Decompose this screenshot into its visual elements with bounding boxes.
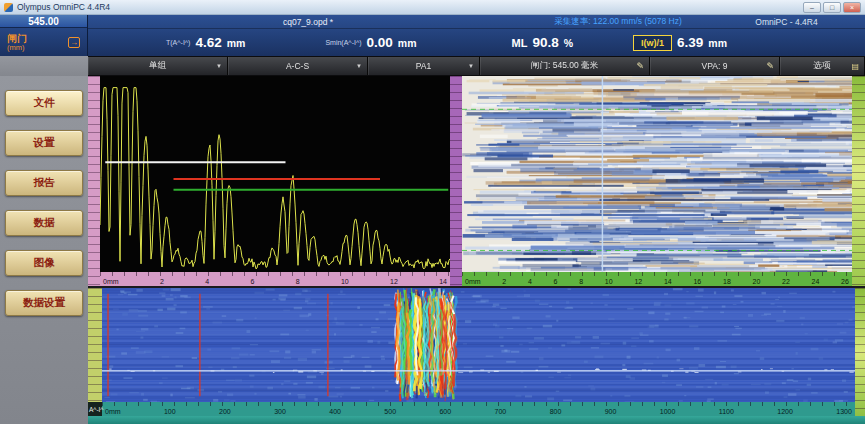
reading-label-highlighted: I(w)/1 <box>633 35 672 51</box>
ruler-label: 600 <box>439 408 451 415</box>
close-button[interactable]: × <box>843 2 861 13</box>
app-version: OmniPC - 4.4R4 <box>708 17 865 27</box>
reading-thickness[interactable]: T(A^-I^) 4.62 mm <box>166 35 245 50</box>
status-strip <box>88 416 865 424</box>
ruler-label: 0mm <box>103 278 119 285</box>
ruler-label: 10 <box>341 278 349 285</box>
acquisition-rate: 采集速率: 122.00 mm/s (5078 Hz) <box>528 16 708 28</box>
toolbar-gate-edit[interactable]: 闸门: 545.00 毫米 ✎ <box>480 57 650 75</box>
cscan-view[interactable] <box>462 76 852 272</box>
ruler-label: 24 <box>812 278 820 285</box>
reading-value: 0.00 <box>367 35 393 50</box>
acq-rate-value: 122.00 mm/s (5078 Hz) <box>593 16 682 26</box>
ruler-label: 10 <box>605 278 613 285</box>
app-icon <box>4 3 13 12</box>
ruler-label: 12 <box>390 278 398 285</box>
omnipc-window: Olympus OmniPC 4.4R4 – □ × 545.00 闸门 (mm… <box>0 0 865 424</box>
reading-smin[interactable]: Smin(A^-I^) 0.00 mm <box>325 35 416 50</box>
ruler-label: 1200 <box>777 408 793 415</box>
ruler-label: 800 <box>550 408 562 415</box>
ascan-amplitude-ruler <box>88 76 100 286</box>
chevron-down-icon: ▼ <box>356 63 362 69</box>
acq-rate-label: 采集速率: <box>554 16 590 26</box>
bscan-axis-label: A^-I^ <box>88 406 103 413</box>
reading-unit: % <box>564 37 573 49</box>
sidebar: 文件 设置 报告 数据 图像 数据设置 <box>0 76 88 424</box>
readings-bar: T(A^-I^) 4.62 mm Smin(A^-I^) 0.00 mm ML … <box>88 29 865 56</box>
toolbar-vpa-edit[interactable]: VPA: 9 ✎ <box>650 57 780 75</box>
ruler-label: 0mm <box>105 408 121 415</box>
toolbar-group-dropdown[interactable]: 单组 ▼ <box>88 57 228 75</box>
bscan-panel: A^-I^ 0mm1002003004005006007008009001000… <box>88 286 865 416</box>
toolbar-probe-dropdown[interactable]: PA1 ▼ <box>368 57 480 75</box>
window-controls: – □ × <box>803 2 861 13</box>
cscan-bottom-ruler: 0mm2468101214161820222426 <box>462 272 852 286</box>
reading-value: 4.62 <box>195 35 221 50</box>
chevron-down-icon: ▼ <box>216 63 222 69</box>
reading-iw[interactable]: I(w)/1 6.39 mm <box>633 35 727 51</box>
sidebar-item-file[interactable]: 文件 <box>5 90 83 116</box>
cscan-panel: 0mm2468101214161820222426 <box>462 76 865 286</box>
sidebar-item-data[interactable]: 数据 <box>5 210 83 236</box>
gate-label-group: 闸门 (mm) <box>7 33 27 52</box>
ruler-label: 300 <box>274 408 286 415</box>
ruler-label: 20 <box>753 278 761 285</box>
toolbar-layout-dropdown[interactable]: A-C-S ▼ <box>228 57 368 75</box>
sidebar-item-image[interactable]: 图像 <box>5 250 83 276</box>
tools-icon: ▤ <box>851 62 859 71</box>
ruler-label: 2 <box>502 278 506 285</box>
ruler-label: 14 <box>439 278 447 285</box>
toolbar-options-button[interactable]: 选项 ▤ <box>780 57 865 75</box>
ruler-label: 700 <box>495 408 507 415</box>
bscan-bottom-ruler: 0mm1002003004005006007008009001000110012… <box>102 402 855 416</box>
sidebar-item-settings[interactable]: 设置 <box>5 130 83 156</box>
ruler-label: 18 <box>723 278 731 285</box>
scan-index-ruler <box>450 76 462 286</box>
ruler-label: 1100 <box>719 408 734 415</box>
scan-area: 0mm2468101214 0mm2468101214161820222426 <box>88 76 865 424</box>
toolbar-gate-label: 闸门: 545.00 毫米 <box>531 60 598 72</box>
ascan-panel: 0mm2468101214 <box>88 76 462 286</box>
ascan-view[interactable] <box>100 76 450 272</box>
toolbar-layout-label: A-C-S <box>286 61 309 71</box>
toolbar-vpa-label: VPA: 9 <box>702 61 728 71</box>
ruler-label: 8 <box>296 278 300 285</box>
ruler-label: 16 <box>693 278 701 285</box>
ruler-label: 12 <box>634 278 642 285</box>
reading-label: ML <box>512 37 528 49</box>
reading-value: 6.39 <box>677 35 703 50</box>
ruler-label: 6 <box>554 278 558 285</box>
ruler-label: 4 <box>528 278 532 285</box>
maximize-button[interactable]: □ <box>823 2 841 13</box>
ruler-label: 900 <box>605 408 617 415</box>
pencil-icon: ✎ <box>766 61 774 71</box>
bscan-right-ruler <box>855 288 865 416</box>
gate-arrow-icon[interactable]: → <box>68 37 80 48</box>
reading-unit: mm <box>398 37 417 49</box>
ruler-label: 400 <box>329 408 341 415</box>
sidebar-item-report[interactable]: 报告 <box>5 170 83 196</box>
reading-ml[interactable]: ML 90.8 % <box>512 35 574 50</box>
ruler-label: 200 <box>219 408 231 415</box>
header: 545.00 闸门 (mm) → cq07_9.opd * 采集速率: 122.… <box>0 15 865 56</box>
ruler-label: 100 <box>164 408 176 415</box>
amplitude-palette-ruler <box>852 76 865 286</box>
reading-unit: mm <box>708 37 727 49</box>
bscan-view[interactable] <box>102 288 855 402</box>
ruler-label: 1300 <box>836 408 852 415</box>
reading-value: 90.8 <box>532 35 558 50</box>
window-title: Olympus OmniPC 4.4R4 <box>17 2 799 12</box>
ruler-label: 0mm <box>465 278 481 285</box>
toolbar-options-label: 选项 <box>814 60 831 72</box>
ruler-label: 2 <box>160 278 164 285</box>
gate-readout[interactable]: 545.00 闸门 (mm) → <box>0 15 88 56</box>
ruler-label: 14 <box>664 278 672 285</box>
gate-value: 545.00 <box>0 15 87 28</box>
sidebar-item-data-settings[interactable]: 数据设置 <box>5 290 83 316</box>
bscan-left-ruler <box>88 288 102 402</box>
toolbar-lead-spacer <box>0 56 88 76</box>
ruler-label: 500 <box>384 408 396 415</box>
titlebar: Olympus OmniPC 4.4R4 – □ × <box>0 0 865 15</box>
minimize-button[interactable]: – <box>803 2 821 13</box>
reading-label: Smin(A^-I^) <box>325 39 361 46</box>
